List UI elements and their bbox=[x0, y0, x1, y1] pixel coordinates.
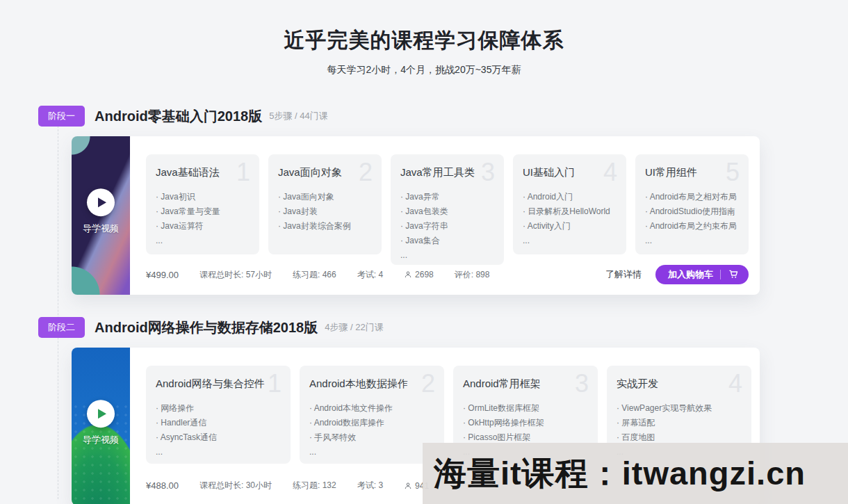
course-card: Android网络与集合控件 1 · 网络操作 · Handler通信 · As… bbox=[146, 366, 291, 464]
course-card: UI常用组件 5 · Android布局之相对布局 · AndroidStudi… bbox=[635, 154, 749, 254]
play-triangle-icon bbox=[98, 409, 106, 418]
card-title: Java常用工具类 bbox=[400, 166, 494, 179]
stage-2-badge: 阶段二 bbox=[38, 317, 85, 338]
card-item: · 屏幕适配 bbox=[617, 416, 742, 430]
stage-2-header: 阶段二 Android网络操作与数据存储2018版 4步骤 / 22门课 bbox=[38, 317, 848, 338]
card-item-ellipsis: ... bbox=[400, 248, 494, 263]
card-item: · Activity入门 bbox=[523, 219, 617, 234]
add-to-cart-button[interactable]: 加入购物车 bbox=[655, 265, 749, 284]
card-number: 2 bbox=[359, 160, 373, 185]
card-item: · Android数据库操作 bbox=[309, 416, 434, 430]
play-triangle-icon bbox=[98, 197, 106, 207]
card-item: · Handler通信 bbox=[156, 416, 281, 430]
card-number: 3 bbox=[575, 371, 589, 396]
card-item: · 目录解析及HelloWorld bbox=[523, 204, 617, 219]
card-item-ellipsis: ... bbox=[523, 234, 617, 248]
stage-1-play-overlay: 导学视频 bbox=[72, 188, 130, 235]
card-item: · ViewPager实现导航效果 bbox=[617, 401, 742, 416]
card-items: · Java初识 · Java常量与变量 · Java运算符 ... bbox=[156, 190, 250, 248]
card-item-ellipsis: ... bbox=[156, 234, 250, 248]
card-title: 实战开发 bbox=[617, 377, 742, 391]
card-number: 4 bbox=[603, 160, 617, 185]
stage-1-header: 阶段一 Android零基础入门2018版 5步骤 / 44门课 bbox=[38, 106, 848, 127]
person-icon bbox=[404, 270, 412, 279]
play-icon[interactable] bbox=[87, 188, 115, 216]
card-item: · Java包装类 bbox=[400, 204, 494, 219]
card-item: · OkHttp网络操作框架 bbox=[463, 416, 588, 430]
page-title: 近乎完美的课程学习保障体系 bbox=[0, 26, 848, 55]
card-item: · Android本地文件操作 bbox=[309, 401, 434, 416]
watermark-text: 海量it课程：itwangzi.cn bbox=[434, 452, 806, 496]
page: 近乎完美的课程学习保障体系 每天学习2小时，4个月，挑战20万~35万年薪 阶段… bbox=[0, 0, 848, 504]
card-number: 5 bbox=[726, 160, 740, 185]
card-item: · Java初识 bbox=[156, 190, 250, 204]
course-card: Java基础语法 1 · Java初识 · Java常量与变量 · Java运算… bbox=[146, 154, 259, 254]
card-item-ellipsis: ... bbox=[309, 445, 434, 460]
course-card: Java面向对象 2 · Java面向对象 · Java封装 · Java封装综… bbox=[268, 154, 382, 254]
stage-2-meta: 4步骤 / 22门课 bbox=[325, 321, 384, 334]
price: ¥488.00 bbox=[146, 480, 179, 491]
reviews-count: 评价: 898 bbox=[455, 269, 490, 281]
card-item-ellipsis: ... bbox=[645, 234, 739, 248]
card-item: · Java异常 bbox=[400, 190, 494, 204]
card-item: · Java字符串 bbox=[400, 219, 494, 234]
duration: 课程总时长: 30小时 bbox=[199, 480, 272, 491]
stage-2-video-thumbnail[interactable]: 导学视频 bbox=[72, 348, 130, 504]
details-link[interactable]: 了解详情 bbox=[605, 268, 642, 281]
card-title: Android本地数据操作 bbox=[309, 377, 434, 391]
card-item: · Java封装 bbox=[278, 204, 372, 219]
card-title: Android网络与集合控件 bbox=[156, 377, 281, 391]
add-to-cart-label: 加入购物车 bbox=[668, 268, 713, 281]
stage-1-cards: Java基础语法 1 · Java初识 · Java常量与变量 · Java运算… bbox=[146, 154, 749, 265]
card-item: · 手风琴特效 bbox=[309, 430, 434, 445]
play-icon[interactable] bbox=[87, 400, 115, 428]
stage-1-meta: 5步骤 / 44门课 bbox=[269, 110, 328, 122]
card-items: · Java面向对象 · Java封装 · Java封装综合案例 bbox=[278, 190, 372, 234]
card-items: · Android入门 · 目录解析及HelloWorld · Activity… bbox=[523, 190, 617, 248]
card-item: · AndroidStudio使用指南 bbox=[645, 204, 739, 219]
page-subtitle: 每天学习2小时，4个月，挑战20万~35万年薪 bbox=[0, 64, 848, 76]
person-icon bbox=[404, 482, 412, 490]
watermark-overlay: 海量it课程：itwangzi.cn bbox=[423, 443, 848, 504]
stage-1-badge: 阶段一 bbox=[38, 106, 85, 127]
card-item: · 网络操作 bbox=[156, 401, 281, 416]
card-items: · Android布局之相对布局 · AndroidStudio使用指南 · A… bbox=[645, 190, 739, 248]
stage-1-video-thumbnail[interactable]: 导学视频 bbox=[72, 136, 130, 295]
students-value: 2698 bbox=[415, 270, 434, 279]
card-item: · OrmLite数据库框架 bbox=[463, 401, 588, 416]
card-title: Java面向对象 bbox=[278, 166, 372, 179]
card-item: · Java面向对象 bbox=[278, 190, 372, 204]
stage-1-title: Android零基础入门2018版 bbox=[95, 107, 262, 126]
stage-1-video-label: 导学视频 bbox=[83, 222, 119, 235]
card-number: 1 bbox=[268, 371, 282, 396]
card-item: · AsyncTask通信 bbox=[156, 430, 281, 445]
card-number: 1 bbox=[236, 160, 250, 185]
card-number: 2 bbox=[421, 371, 435, 396]
card-items: · 网络操作 · Handler通信 · AsyncTask通信 ... bbox=[156, 401, 281, 460]
card-item-ellipsis: ... bbox=[156, 445, 281, 460]
stage-2-play-overlay: 导学视频 bbox=[72, 400, 130, 446]
card-item: · Java封装综合案例 bbox=[278, 219, 372, 234]
card-items: · Android本地文件操作 · Android数据库操作 · 手风琴特效 .… bbox=[309, 401, 434, 460]
exams-count: 考试: 3 bbox=[357, 480, 383, 491]
stage-1-panel: 导学视频 Java基础语法 1 · Java初识 · Java常量与变量 · J… bbox=[72, 136, 760, 295]
card-item: · Android入门 bbox=[523, 190, 617, 204]
card-title: Java基础语法 bbox=[156, 166, 250, 179]
button-divider bbox=[720, 270, 721, 279]
stage-1-body: Java基础语法 1 · Java初识 · Java常量与变量 · Java运算… bbox=[130, 136, 760, 295]
cart-icon bbox=[728, 268, 739, 282]
stage-1-actions: 了解详情 加入购物车 bbox=[605, 265, 749, 284]
card-title: UI常用组件 bbox=[645, 166, 739, 179]
card-items: · Java异常 · Java包装类 · Java字符串 · Java集合 ..… bbox=[400, 190, 494, 263]
card-item: · Android布局之约束布局 bbox=[645, 219, 739, 234]
exercises-count: 练习题: 466 bbox=[293, 269, 336, 281]
stage-guide-line bbox=[58, 122, 58, 499]
card-item: · Java常量与变量 bbox=[156, 204, 250, 219]
exams-count: 考试: 4 bbox=[357, 269, 383, 281]
card-number: 3 bbox=[481, 160, 495, 185]
card-item: · Android布局之相对布局 bbox=[645, 190, 739, 204]
price: ¥499.00 bbox=[146, 270, 179, 280]
stage-1-footer: ¥499.00 课程总时长: 57小时 练习题: 466 考试: 4 2698 … bbox=[146, 265, 749, 290]
stage-2-title: Android网络操作与数据存储2018版 bbox=[95, 318, 318, 337]
card-title: Android常用框架 bbox=[463, 377, 588, 391]
